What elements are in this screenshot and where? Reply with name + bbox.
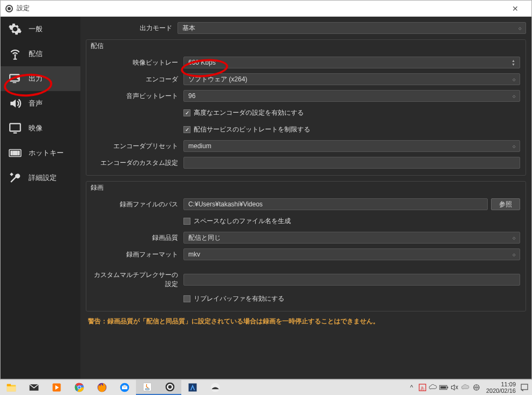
replay-buffer-checkbox[interactable]: リプレイバッファを有効にする (183, 293, 284, 304)
sidebar-item-output[interactable]: 出力 (1, 66, 80, 91)
taskbar-firefox[interactable] (91, 380, 113, 395)
sidebar-item-label: ホットキー (29, 148, 64, 158)
window-title: 設定 (17, 4, 503, 13)
taskbar-explorer[interactable] (0, 380, 23, 395)
video-bitrate-spin[interactable]: 600 Kbps ▲▼ (183, 57, 520, 68)
explorer-icon (5, 381, 18, 394)
clock-date: 2020/02/16 (486, 387, 516, 394)
output-icon (8, 72, 22, 86)
tray-chevron-icon[interactable]: ^ (406, 380, 417, 395)
svg-rect-36 (447, 387, 448, 389)
checkbox-unchecked-icon (183, 295, 190, 302)
app-icon (209, 381, 222, 394)
taskbar-notifications[interactable] (519, 380, 530, 395)
chevron-icon: ◇ (513, 144, 515, 148)
record-format-value: mkv (188, 251, 200, 258)
svg-rect-6 (10, 123, 21, 131)
limit-bitrate-checkbox-label: 配信サービスのビットレートを制限する (194, 125, 310, 134)
tray-ime-icon[interactable]: あ (417, 380, 428, 395)
svg-point-2 (8, 7, 11, 10)
taskbar-thunderbird[interactable] (113, 380, 136, 395)
sidebar: 一般 配信 出力 音声 (1, 17, 80, 379)
taskbar-chrome[interactable] (68, 380, 91, 395)
taskbar-obs[interactable] (159, 380, 181, 395)
chevron-icon: ◇ (513, 236, 515, 240)
record-quality-select[interactable]: 配信と同じ ◇ (183, 232, 520, 244)
titlebar: 設定 ✕ (1, 1, 531, 17)
replay-buffer-checkbox-label: リプレイバッファを有効にする (194, 294, 284, 303)
app-icon (186, 381, 199, 394)
main-panel: 出力モード 基本 ◇ 配信 映像ビットレー 600 Kbps (80, 17, 531, 379)
obs-icon (5, 4, 13, 13)
encoder-value: ソフトウェア (x264) (188, 75, 247, 84)
browse-button[interactable]: 参照 (491, 198, 520, 210)
svg-rect-14 (13, 154, 17, 155)
firefox-icon (96, 381, 108, 394)
svg-rect-9 (11, 151, 12, 153)
taskbar-app1[interactable] (181, 380, 204, 395)
warning-text: 警告：録画品質が「配信と同品質」に設定されている場合は録画を一時停止することはで… (88, 317, 524, 326)
taskbar: ^ あ 11:09 2020/02/16 (0, 379, 532, 395)
sidebar-item-label: 出力 (29, 74, 43, 84)
record-group-title: 録画 (86, 182, 526, 194)
sidebar-item-general[interactable]: 一般 (1, 17, 80, 41)
mail-icon (28, 381, 40, 394)
preset-select[interactable]: medium ◇ (183, 140, 520, 152)
taskbar-mail[interactable] (23, 380, 45, 395)
sidebar-item-video[interactable]: 映像 (1, 116, 80, 141)
audio-bitrate-select[interactable]: 96 ◇ (183, 90, 520, 102)
encoder-select[interactable]: ソフトウェア (x264) ◇ (183, 73, 520, 85)
svg-rect-5 (13, 82, 17, 84)
tray-volume-icon[interactable] (449, 380, 460, 395)
java-icon (141, 380, 154, 393)
taskbar-java[interactable] (136, 380, 159, 395)
thunderbird-icon (118, 381, 131, 394)
chevron-icon: ◇ (513, 94, 515, 98)
speaker-icon (8, 96, 22, 110)
taskbar-clock[interactable]: 11:09 2020/02/16 (482, 381, 519, 394)
tray-battery-icon[interactable] (439, 380, 449, 395)
svg-rect-15 (18, 154, 19, 155)
custom-enc-input[interactable] (183, 157, 520, 169)
spinner-arrows-icon: ▲▼ (511, 59, 515, 66)
nospace-checkbox-label: スペースなしのファイル名を生成 (194, 217, 291, 226)
taskbar-app2[interactable] (204, 380, 227, 395)
limit-bitrate-checkbox[interactable]: ✓ 配信サービスのビットレートを制限する (183, 124, 310, 135)
tray-onedrive-icon[interactable] (428, 380, 439, 395)
svg-rect-37 (440, 386, 446, 389)
record-path-input[interactable]: C:¥Users¥takashi¥Videos (183, 198, 488, 210)
preset-label: エンコーダプリセット (92, 142, 183, 151)
checkbox-checked-icon: ✓ (183, 109, 190, 116)
svg-point-23 (78, 386, 81, 389)
nospace-checkbox[interactable]: スペースなしのファイル名を生成 (183, 216, 291, 227)
svg-rect-39 (521, 384, 528, 390)
sidebar-item-label: 映像 (29, 123, 43, 133)
custom-enc-label: エンコーダのカスタム設定 (92, 158, 183, 168)
svg-point-30 (168, 385, 172, 389)
close-button[interactable]: ✕ (503, 1, 527, 16)
mux-input[interactable] (183, 274, 520, 286)
record-format-select[interactable]: mkv ◇ (183, 248, 520, 260)
taskbar-media[interactable] (45, 380, 68, 395)
svg-text:あ: あ (420, 386, 425, 391)
tray-cloud-icon[interactable] (460, 380, 471, 395)
tray-network-icon[interactable] (471, 380, 482, 395)
sidebar-item-label: 配信 (29, 49, 43, 59)
sidebar-item-audio[interactable]: 音声 (1, 91, 80, 116)
sidebar-item-label: 音声 (29, 99, 43, 108)
output-mode-select[interactable]: 基本 ◇ (178, 22, 526, 34)
record-group: 録画 録画ファイルのパス C:¥Users¥takashi¥Videos 参照 (86, 181, 526, 311)
record-path-label: 録画ファイルのパス (92, 200, 183, 209)
svg-rect-12 (18, 151, 19, 153)
media-icon (50, 381, 63, 394)
settings-window: 設定 ✕ 一般 配信 出力 (0, 0, 532, 379)
monitor-icon (8, 121, 22, 135)
record-quality-label: 録画品質 (92, 233, 183, 242)
svg-rect-18 (7, 386, 16, 391)
chevron-icon: ◇ (513, 253, 515, 257)
checkbox-checked-icon: ✓ (183, 126, 190, 133)
sidebar-item-hotkeys[interactable]: ホットキー (1, 141, 80, 165)
advanced-encoder-checkbox[interactable]: ✓ 高度なエンコーダの設定を有効にする (183, 107, 304, 119)
sidebar-item-stream[interactable]: 配信 (1, 41, 80, 66)
sidebar-item-advanced[interactable]: 詳細設定 (1, 165, 80, 190)
